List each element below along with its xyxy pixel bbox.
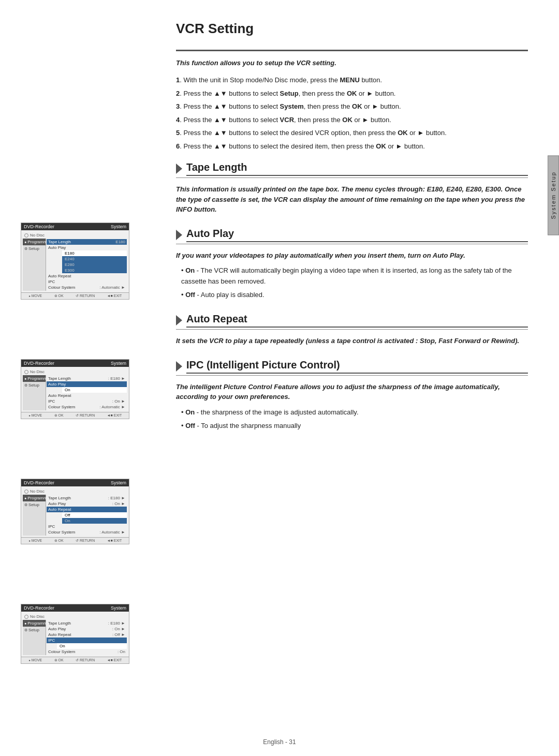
header-right: System xyxy=(111,480,126,485)
sidebar-setup: ⚙ Setup xyxy=(23,245,46,252)
ipc-arrow xyxy=(176,361,182,372)
auto-repeat-menu: DVD-Recorder System No Disc ● Programm xyxy=(21,479,129,544)
auto-play-content: • On - The VCR will automatically begin … xyxy=(176,265,528,300)
right-column: VCR Setting This function allows you to … xyxy=(160,0,559,756)
menu-header: DVD-Recorder System xyxy=(21,604,129,612)
side-tab-label: System Setup xyxy=(550,171,556,219)
menu-body: No Disc ● Programm ⚙ Setup xyxy=(21,486,129,537)
sidebar-setup: ⚙ Setup xyxy=(23,382,46,389)
ipc-title: IPC (Intelligent Picture Control) xyxy=(186,359,528,374)
menu-content: Tape Length : E180 ► Auto Play : On ► Au… xyxy=(46,620,127,655)
header-left: DVD-Recorder xyxy=(24,224,54,229)
setup-icon: ⚙ xyxy=(24,503,27,507)
disc-status: No Disc xyxy=(23,232,127,239)
row-colour-system: Colour System : Automatic ► xyxy=(47,404,127,410)
auto-repeat-section: Auto Repeat It sets the VCR to play a ta… xyxy=(176,313,528,346)
footer-exit: ◄■ EXIT xyxy=(107,658,122,662)
page-container: DVD-Recorder System No Disc ● Programm xyxy=(0,0,559,756)
menu-sidebar: ● Programm ⚙ Setup xyxy=(23,239,46,291)
auto-repeat-header: Auto Repeat xyxy=(176,313,528,330)
programme-label: Programm xyxy=(27,496,47,500)
row-colour-system: Colour System : On xyxy=(47,649,127,655)
disc-label: No Disc xyxy=(30,489,45,494)
menu-content: Tape Length E180 Auto Play E180 E240 E28… xyxy=(46,239,127,291)
programme-icon: ● xyxy=(24,240,26,244)
sidebar-programme: ● Programm xyxy=(23,375,46,382)
menu-sidebar: ● Programm ⚙ Setup xyxy=(23,375,46,410)
tape-length-menu: DVD-Recorder System No Disc ● Programm xyxy=(21,223,129,300)
disc-icon xyxy=(24,615,28,619)
title-rule xyxy=(176,50,528,51)
tape-length-intro: This information is usually printed on t… xyxy=(176,184,528,215)
menu-content: Tape Length : E180 ► Auto Play On Auto R… xyxy=(46,375,127,410)
footer-exit: ◄■ EXIT xyxy=(107,413,122,418)
ipc-section: IPC (Intelligent Picture Control) The in… xyxy=(176,359,528,432)
footer-move: ⬥ MOVE xyxy=(28,413,42,418)
disc-label: No Disc xyxy=(30,233,45,238)
sidebar-programme: ● Programm xyxy=(23,239,46,245)
disc-icon xyxy=(24,490,28,494)
header-left: DVD-Recorder xyxy=(24,361,54,366)
setup-icon: ⚙ xyxy=(24,247,27,251)
tape-length-title: Tape Length xyxy=(186,161,528,176)
step-2: 2. Press the ▲▼ buttons to select Setup,… xyxy=(176,88,528,99)
row-auto-repeat: Auto Repeat xyxy=(47,273,127,279)
step-3: 3. Press the ▲▼ buttons to select System… xyxy=(176,101,528,112)
row-tape-length: Tape Length E180 xyxy=(47,239,127,245)
auto-repeat-title: Auto Repeat xyxy=(186,313,528,328)
menu-body: No Disc ● Programm ⚙ Setup xyxy=(21,612,129,657)
header-right: System xyxy=(111,605,126,611)
programme-icon: ● xyxy=(24,377,26,380)
setup-icon: ⚙ xyxy=(24,628,27,632)
row-auto-play: Auto Play : On ► xyxy=(47,501,127,507)
header-left: DVD-Recorder xyxy=(24,605,54,611)
footer-ok: ⊛ OK xyxy=(54,539,64,543)
ipc-header: IPC (Intelligent Picture Control) xyxy=(176,359,528,376)
setup-label: Setup xyxy=(28,246,39,251)
programme-icon: ● xyxy=(24,496,26,500)
footer-ok: ⊛ OK xyxy=(54,658,64,662)
footer-exit: ◄■ EXIT xyxy=(107,539,122,543)
system-setup-tab: System Setup xyxy=(548,155,559,235)
row-ipc: IPC xyxy=(47,524,127,529)
disc-label: No Disc xyxy=(30,614,45,619)
menu-header: DVD-Recorder System xyxy=(21,223,129,230)
auto-play-title: Auto Play xyxy=(186,228,528,242)
auto-repeat-arrow xyxy=(176,315,182,325)
auto-play-section: Auto Play If you want your videotapes to… xyxy=(176,228,528,301)
header-left: DVD-Recorder xyxy=(24,480,54,485)
ipc-menu: DVD-Recorder System No Disc ● Programm xyxy=(21,604,129,664)
tape-length-section: Tape Length This information is usually … xyxy=(176,161,528,215)
auto-repeat-intro: It sets the VCR to play a tape repeatedl… xyxy=(176,336,528,346)
steps-list: 1. With the unit in Stop mode/No Disc mo… xyxy=(176,75,528,151)
step-5: 5. Press the ▲▼ buttons to select the de… xyxy=(176,128,528,138)
menu-content: Tape Length : E180 ► Auto Play : On ► Au… xyxy=(46,495,127,536)
menu-sidebar: ● Programm ⚙ Setup xyxy=(23,620,46,655)
row-ipc: IPC xyxy=(47,638,127,643)
menu-rows: ● Programm ⚙ Setup Tape Length : E180 ► xyxy=(23,495,127,536)
footer-move: ⬥ MOVE xyxy=(28,658,42,662)
menu-rows: ● Programm ⚙ Setup Tape Length : E180 ► xyxy=(23,375,127,410)
ipc-content: • On - the sharpness of the image is adj… xyxy=(176,407,528,432)
disc-status: No Disc xyxy=(23,613,127,620)
footer-move: ⬥ MOVE xyxy=(28,539,42,543)
intro-text: This function allows you to setup the VC… xyxy=(176,59,528,67)
row-tape-length: Tape Length : E180 ► xyxy=(47,495,127,501)
auto-play-header: Auto Play xyxy=(176,228,528,244)
row-colour-system: Colour System : Automatic ► xyxy=(47,285,127,290)
tape-length-arrow xyxy=(176,164,182,174)
auto-play-arrow xyxy=(176,230,182,240)
programme-label: Programm xyxy=(27,240,47,244)
row-tape-length: Tape Length : E180 ► xyxy=(47,376,127,381)
programme-label: Programm xyxy=(27,376,47,381)
disc-status: No Disc xyxy=(23,488,127,495)
row-auto-repeat: Auto Repeat xyxy=(47,393,127,398)
menu-footer: ⬥ MOVE ⊛ OK ↺ RETURN ◄■ EXIT xyxy=(21,412,129,419)
disc-status: No Disc xyxy=(23,368,127,375)
step-6: 6. Press the ▲▼ buttons to select the de… xyxy=(176,141,528,152)
row-auto-play: Auto Play xyxy=(47,381,127,387)
ipc-intro: The intelligent Picture Control Feature … xyxy=(176,382,528,402)
footer-return: ↺ RETURN xyxy=(76,539,95,543)
row-ipc: IPC : On ► xyxy=(47,398,127,404)
disc-icon xyxy=(24,370,28,374)
